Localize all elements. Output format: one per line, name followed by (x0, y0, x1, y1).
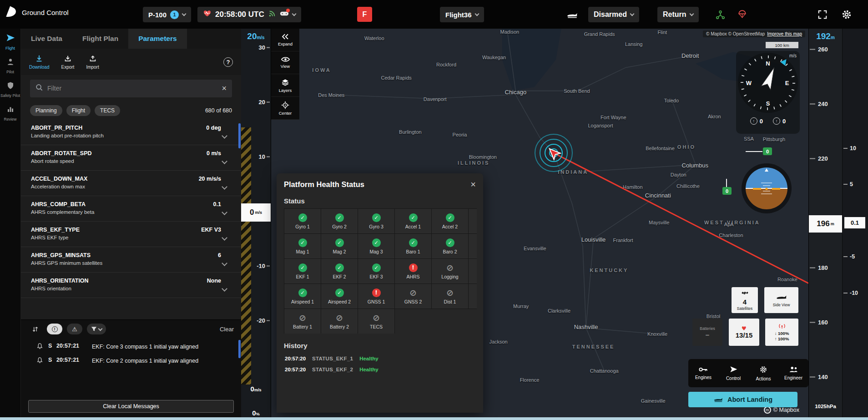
parameter-value: 0 m/s (207, 149, 221, 157)
health-cell: ✓Baro 2 (431, 233, 469, 259)
clear-local-messages-button[interactable]: Clear Local Messages (28, 400, 234, 413)
parameter-row[interactable]: AHRS_EKF_TYPEAHRS EKF typeEKF V3 (21, 222, 241, 247)
top-bar: Ground Control P-100 1 20:58:00 UTC F Fl… (0, 0, 868, 29)
tape-tick-label: 220 (818, 155, 828, 162)
fullscreen-icon[interactable] (817, 9, 828, 20)
parameter-row[interactable]: AHRS_ORIENTATIONAHRS orientationNone (21, 273, 241, 298)
side-view-tile[interactable]: Side View (764, 287, 798, 313)
parameter-row[interactable]: ABORT_ROTATE_SPDAbort rotate speed0 m/s (21, 145, 241, 171)
flight-selector[interactable]: Flight36 (440, 7, 484, 22)
parameter-row[interactable]: ACCEL_DOWN_MAXAcceleration down max20 m/… (21, 171, 241, 196)
chevron-down-icon[interactable] (222, 260, 227, 266)
parameter-row[interactable]: AHRS_COMP_BETAAHRS complementary beta0.1 (21, 196, 241, 222)
link-down-readout: ↓ 100% (775, 331, 789, 336)
scrollbar-thumb[interactable] (238, 340, 241, 358)
sort-messages-button[interactable] (28, 324, 42, 334)
clear-filter-icon[interactable]: × (222, 84, 227, 92)
health-cell: ⊘Battery 1 (284, 309, 321, 334)
import-button[interactable]: Import (86, 55, 99, 70)
clock-status-pill[interactable]: 20:58:00 UTC (197, 7, 301, 22)
altitude-tape: 192m 260240220180160140 196m 1025hPa (808, 29, 842, 417)
filter-input[interactable] (47, 85, 217, 92)
expand-button[interactable]: Expand (271, 29, 299, 51)
close-icon[interactable]: × (470, 180, 476, 189)
parameter-value: 6 (218, 251, 221, 258)
satellites-tile[interactable]: 4 Satellites (732, 287, 758, 313)
gamepad-icon (280, 10, 289, 19)
tape-tick-label: 20 (259, 99, 265, 106)
health-cell: ⊘D (468, 283, 477, 309)
parameter-count: 680 of 680 (205, 107, 232, 114)
nav-item-flight[interactable]: Flight (0, 33, 21, 51)
health-cell-label: TECS (370, 324, 383, 329)
improve-map-link[interactable]: Improve this map (767, 31, 802, 36)
health-cell: ✓EKF 3 (358, 258, 395, 284)
landing-plane-icon (713, 396, 723, 404)
parameters-toolbar: Download Export Import ? (21, 49, 241, 75)
download-button[interactable]: Download (29, 55, 49, 70)
control-button[interactable]: Control (718, 359, 748, 387)
parameter-row[interactable]: AHRS_GPS_MINSATSAHRS GPS minimum satelli… (21, 247, 241, 273)
actions-button[interactable]: Actions (748, 359, 778, 387)
link-quality-tile[interactable]: ↓ 100% ↑ 100% (765, 319, 798, 346)
export-button[interactable]: Export (61, 55, 74, 70)
tab-parameters[interactable]: Parameters (128, 29, 187, 49)
disabled-circle-icon: ⊘ (335, 314, 344, 322)
message-list[interactable]: S20:57:21EKF: Core 3 compass 1 initial y… (21, 338, 241, 397)
message-text: EKF: Core 3 compass 1 initial yaw aligne… (92, 343, 232, 351)
health-history-list: 20:57:20STATUS_EKF_1Healthy20:57:20STATU… (284, 353, 476, 375)
disabled-circle-icon: ⊘ (372, 314, 381, 322)
scrollbar-thumb[interactable] (238, 123, 241, 148)
engines-button[interactable]: Engines (688, 359, 718, 387)
chevron-down-icon[interactable] (222, 286, 227, 292)
target-indicator-line (746, 151, 762, 152)
view-button[interactable]: View (271, 51, 299, 74)
center-button[interactable]: Center (271, 97, 299, 120)
tab-flight-plan[interactable]: Flight Plan (72, 29, 128, 49)
message-time: 20:57:21 (56, 343, 92, 351)
flight-mode-selector[interactable]: Return (657, 7, 699, 22)
chevron-down-icon[interactable] (222, 235, 227, 241)
parachute-recovery-icon[interactable] (736, 9, 748, 20)
health-cell: ⊘GNSS 2 (394, 283, 432, 309)
chevron-down-icon[interactable] (222, 184, 227, 190)
filter-chip[interactable]: TECS (95, 105, 120, 116)
message-filter-dropdown[interactable] (87, 324, 106, 334)
modal-title: Platform Health Status (284, 180, 364, 189)
history-time: 20:57:20 (285, 356, 306, 361)
chevron-down-icon[interactable] (222, 209, 227, 215)
check-circle-icon: ✓ (446, 213, 454, 222)
filter-chip[interactable]: Flight (66, 105, 91, 116)
failsafe-badge[interactable]: F (357, 7, 372, 22)
battery-health-tile[interactable]: ♥ 13/15 (729, 319, 759, 346)
layers-button[interactable]: Layers (271, 74, 299, 97)
mapbox-logo[interactable]: m © Mapbox (764, 406, 799, 414)
chevron-down-icon[interactable] (222, 158, 227, 164)
health-cell-label: Mag 2 (333, 249, 346, 254)
clear-messages-button[interactable]: Clear (220, 326, 234, 333)
network-tree-icon[interactable] (714, 9, 726, 20)
vehicle-selector[interactable]: P-100 1 (143, 7, 191, 22)
nav-item-review[interactable]: Review (0, 105, 21, 121)
parameter-row[interactable]: ABORT_PR_PITCHLanding abort pre-rotation… (21, 120, 241, 145)
help-button[interactable]: ? (223, 57, 233, 67)
nav-item-safety-pilot[interactable]: Safety Pilot (0, 81, 21, 98)
parameter-description: Landing abort pre-rotation pitch (31, 131, 206, 138)
arm-state-selector[interactable]: Disarmed (588, 7, 639, 22)
parameter-list[interactable]: ABORT_PR_PITCHLanding abort pre-rotation… (21, 120, 241, 319)
check-circle-icon: ✓ (335, 213, 344, 222)
chevron-down-icon (292, 11, 296, 16)
health-cell: ⊘TECS (358, 309, 395, 334)
nav-item-pilot[interactable]: Pilot (0, 58, 21, 74)
abort-landing-button[interactable]: Abort Landing (688, 392, 797, 407)
settings-gear-icon[interactable] (841, 9, 853, 20)
warning-filter-toggle[interactable]: ⚠ (67, 324, 82, 334)
antenna-icon (778, 323, 786, 331)
plane-icon (730, 365, 737, 374)
filter-chip[interactable]: Planning (30, 105, 62, 116)
engineer-button[interactable]: Engineer (778, 359, 808, 387)
info-filter-toggle[interactable]: ! (47, 324, 62, 334)
tab-live-data[interactable]: Live Data (21, 29, 72, 49)
check-circle-icon: ✓ (298, 263, 307, 272)
chevron-down-icon[interactable] (222, 133, 227, 139)
